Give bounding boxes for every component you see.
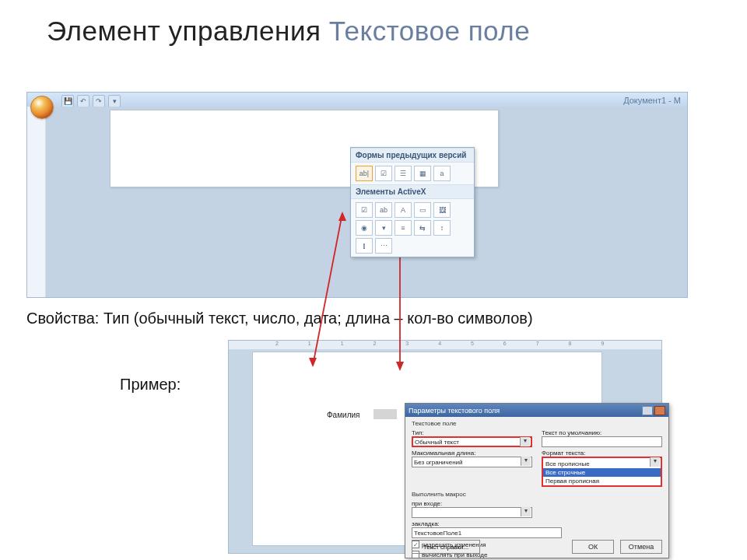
ax-textbox[interactable]: ab: [375, 202, 392, 218]
section-textfield: Текстовое поле: [412, 420, 662, 427]
example-document: 2 1 1 2 3 4 5 6 7 8 9 Фамилия Параметры …: [228, 340, 662, 554]
dialog-titlebar[interactable]: Параметры текстового поля: [405, 404, 668, 417]
office-button[interactable]: [30, 96, 54, 119]
vertical-ruler: [27, 107, 46, 297]
format-label: Формат текста:: [542, 450, 662, 457]
checkbox-legacy-button[interactable]: ☑: [375, 166, 392, 181]
example-label: Пример:: [120, 376, 181, 394]
ax-option[interactable]: ◉: [356, 220, 373, 236]
ax-combo[interactable]: ▾: [375, 220, 392, 236]
format-combo[interactable]: Все прописные Все строчные Первая пропис…: [542, 457, 662, 487]
mini-ruler: 2 1 1 2 3 4 5 6 7 8 9: [229, 341, 661, 350]
ax-more[interactable]: ⋯: [375, 238, 392, 254]
dropdown-legacy-button[interactable]: ☰: [395, 166, 412, 181]
mini-page: Фамилия Параметры текстового поля Тексто…: [252, 352, 602, 546]
ax-list[interactable]: ≡: [395, 220, 412, 236]
textfield-options-dialog: Параметры текстового поля Текстовое поле…: [405, 403, 669, 558]
undo-icon[interactable]: ↶: [77, 95, 89, 107]
activex-header: Элементы ActiveX: [351, 184, 474, 199]
cancel-button[interactable]: Отмена: [620, 540, 662, 554]
mini-textfield[interactable]: [374, 409, 397, 419]
properties-note: Свойства: Тип (обычный текст, число, дат…: [26, 310, 533, 327]
default-input[interactable]: [542, 436, 662, 447]
entry-label: при входе:: [412, 500, 532, 507]
section-macro: Выполнить макрос: [412, 491, 662, 498]
maxlen-label: Максимальная длина:: [412, 450, 532, 457]
maxlen-combo[interactable]: Без ограничений: [412, 457, 532, 467]
entry-combo[interactable]: [412, 507, 532, 518]
legacy-tools-popup: Формы предыдущих версий ab| ☑ ☰ ▦ a Элем…: [350, 147, 475, 257]
type-label: Тип:: [412, 429, 532, 436]
textfield-legacy-button[interactable]: ab|: [356, 166, 373, 181]
ax-spin[interactable]: ↕: [433, 220, 451, 236]
format-opt-upper[interactable]: Все прописные: [543, 460, 661, 468]
ok-button[interactable]: ОК: [572, 540, 614, 554]
ax-toggle[interactable]: ⇆: [414, 220, 431, 236]
slide-title: Элемент управления Текстовое поле: [0, 0, 747, 51]
redo-icon[interactable]: ↷: [93, 95, 105, 107]
bookmark-input[interactable]: ТекстовоеПоле1: [412, 527, 562, 538]
ax-checkbox[interactable]: ☑: [356, 202, 373, 218]
format-opt-first[interactable]: Первая прописная: [543, 477, 661, 485]
close-icon[interactable]: [654, 406, 665, 415]
doc-title: Документ1 - M: [623, 96, 681, 105]
bookmark-label: закладка:: [412, 520, 662, 527]
help-text-button[interactable]: Текст справки...: [412, 540, 480, 554]
save-icon[interactable]: 💾: [61, 95, 74, 107]
default-label: Текст по умолчанию:: [542, 429, 662, 436]
shade-legacy-button[interactable]: a: [433, 166, 451, 181]
ax-label[interactable]: A: [395, 202, 412, 218]
ax-image[interactable]: 🖼: [433, 202, 451, 218]
ax-scrollbar[interactable]: ⫿: [356, 238, 373, 254]
qat-more-icon[interactable]: ▾: [108, 95, 121, 107]
frame-legacy-button[interactable]: ▦: [414, 166, 431, 181]
type-combo[interactable]: Обычный текст: [412, 436, 532, 447]
word-window: 💾 ↶ ↷ ▾ Документ1 - M Главная Вставка Ра…: [26, 92, 688, 298]
mini-field-label: Фамилия: [327, 411, 359, 419]
format-opt-lower[interactable]: Все строчные: [543, 468, 661, 477]
legacy-forms-header: Формы предыдущих версий: [351, 148, 474, 163]
ax-button[interactable]: ▭: [414, 202, 431, 218]
dialog-title: Параметры текстового поля: [409, 407, 500, 415]
help-icon[interactable]: [642, 406, 653, 415]
